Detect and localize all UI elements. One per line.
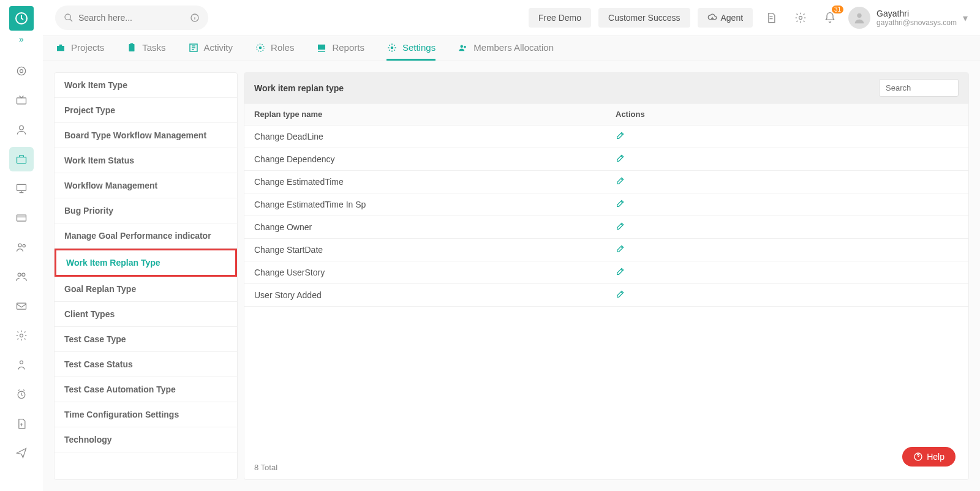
- content-search-input[interactable]: [879, 79, 959, 97]
- help-button[interactable]: Help: [902, 447, 956, 467]
- tab-activity[interactable]: Activity: [188, 36, 233, 61]
- svg-point-27: [391, 46, 394, 49]
- avatar: [848, 7, 870, 29]
- side-item-time-configuration-settings[interactable]: Time Configuration Settings: [55, 402, 237, 427]
- row-name: Change EstimatedTime: [254, 177, 616, 187]
- tabs-row: Projects Tasks Activity Roles Reports Se…: [43, 36, 980, 61]
- side-item-technology[interactable]: Technology: [55, 427, 237, 452]
- main-area: Work Item TypeProject TypeBoard Type Wor…: [43, 61, 980, 491]
- table-row: Change StartDate: [244, 239, 968, 261]
- content-panel: Work item replan type Replan type name A…: [244, 72, 969, 480]
- rail-user2-icon[interactable]: [9, 353, 34, 377]
- rail-card-icon[interactable]: [9, 206, 34, 230]
- row-actions: [616, 176, 959, 188]
- doc-icon[interactable]: [760, 7, 782, 29]
- side-item-board-type-workflow-management[interactable]: Board Type Workflow Management: [55, 123, 237, 148]
- side-item-test-case-type[interactable]: Test Case Type: [55, 327, 237, 352]
- info-icon[interactable]: [190, 13, 200, 23]
- user-name: Gayathri: [876, 9, 957, 18]
- notification-badge: 31: [832, 6, 843, 13]
- row-actions: [616, 130, 959, 143]
- svg-rect-5: [17, 157, 26, 163]
- side-item-client-types[interactable]: Client Types: [55, 302, 237, 327]
- svg-rect-26: [318, 44, 325, 49]
- notification-icon[interactable]: 31: [819, 7, 841, 29]
- table-body: Change DeadLineChange DependencyChange E…: [244, 126, 968, 307]
- side-item-bug-priority[interactable]: Bug Priority: [55, 198, 237, 223]
- side-item-work-item-type[interactable]: Work Item Type: [55, 73, 237, 98]
- row-actions: [616, 266, 959, 279]
- rail-people-icon[interactable]: [9, 235, 34, 260]
- side-item-workflow-management[interactable]: Workflow Management: [55, 173, 237, 198]
- tab-settings[interactable]: Settings: [386, 36, 435, 61]
- row-name: Change DeadLine: [254, 132, 616, 141]
- table-row: Change EstimatedTime In Sp: [244, 193, 968, 216]
- edit-icon[interactable]: [616, 130, 625, 140]
- side-item-work-item-replan-type[interactable]: Work Item Replan Type: [55, 249, 237, 277]
- svg-rect-21: [129, 44, 135, 51]
- rail-gear-icon[interactable]: [9, 323, 34, 348]
- side-item-manage-goal-performance-indicator[interactable]: Manage Goal Performance indicator: [55, 223, 237, 249]
- search-input[interactable]: [78, 13, 190, 23]
- side-item-work-item-status[interactable]: Work Item Status: [55, 148, 237, 173]
- tab-roles[interactable]: Roles: [255, 36, 294, 61]
- search-icon: [64, 13, 74, 23]
- edit-icon[interactable]: [616, 266, 625, 276]
- rail-expand-icon[interactable]: »: [19, 34, 24, 44]
- svg-point-29: [464, 45, 466, 48]
- edit-icon[interactable]: [616, 221, 625, 231]
- row-actions: [616, 221, 959, 233]
- tab-members[interactable]: Members Allocation: [458, 36, 554, 61]
- rail-person-icon[interactable]: [9, 118, 34, 142]
- rail-target-icon[interactable]: [9, 59, 34, 83]
- edit-icon[interactable]: [616, 176, 625, 186]
- global-search[interactable]: [55, 6, 208, 30]
- svg-point-1: [17, 67, 25, 75]
- svg-point-24: [259, 46, 262, 49]
- row-name: Change Owner: [254, 222, 616, 232]
- rail-send-icon[interactable]: [9, 441, 34, 465]
- rail-clock-icon[interactable]: [9, 382, 34, 407]
- side-item-test-case-status[interactable]: Test Case Status: [55, 352, 237, 377]
- rail-tv-icon[interactable]: [9, 88, 34, 113]
- svg-rect-12: [17, 303, 26, 309]
- content-title: Work item replan type: [254, 83, 344, 93]
- content-header: Work item replan type: [244, 73, 968, 103]
- svg-rect-7: [17, 215, 26, 221]
- chevron-down-icon: ▾: [963, 12, 968, 24]
- settings-side-panel: Work Item TypeProject TypeBoard Type Wor…: [54, 72, 238, 480]
- rail-briefcase-icon[interactable]: [9, 147, 34, 171]
- side-item-goal-replan-type[interactable]: Goal Replan Type: [55, 277, 237, 302]
- left-rail: »: [0, 0, 43, 491]
- svg-point-2: [20, 70, 23, 73]
- user-menu[interactable]: Gayathri gayathri@snovasys.com ▾: [848, 7, 968, 29]
- settings-icon[interactable]: [790, 7, 812, 29]
- rail-file-icon[interactable]: [9, 411, 34, 436]
- side-item-test-case-automation-type[interactable]: Test Case Automation Type: [55, 377, 237, 402]
- svg-point-9: [23, 244, 25, 247]
- edit-icon[interactable]: [616, 244, 625, 253]
- edit-icon[interactable]: [616, 198, 625, 208]
- user-email: gayathri@snovasys.com: [876, 18, 957, 27]
- help-icon: [913, 452, 923, 462]
- free-demo-button[interactable]: Free Demo: [529, 8, 591, 28]
- customer-success-button[interactable]: Customer Success: [598, 8, 690, 28]
- edit-icon[interactable]: [616, 153, 625, 163]
- tab-projects[interactable]: Projects: [55, 36, 104, 61]
- tab-reports[interactable]: Reports: [316, 36, 364, 61]
- app-logo[interactable]: [9, 6, 34, 31]
- col-actions: Actions: [616, 110, 959, 119]
- agent-button[interactable]: Agent: [698, 8, 753, 28]
- edit-icon[interactable]: [616, 289, 625, 299]
- svg-rect-20: [57, 46, 64, 51]
- row-name: Change UserStory: [254, 268, 616, 277]
- rail-group-icon[interactable]: [9, 264, 34, 289]
- total-count: 8 Total: [244, 455, 968, 479]
- svg-point-10: [18, 273, 21, 276]
- tab-tasks[interactable]: Tasks: [126, 36, 165, 61]
- row-name: User Story Added: [254, 290, 616, 300]
- side-item-project-type[interactable]: Project Type: [55, 98, 237, 123]
- row-name: Change StartDate: [254, 245, 616, 255]
- rail-monitor-icon[interactable]: [9, 176, 34, 201]
- rail-mail-icon[interactable]: [9, 294, 34, 318]
